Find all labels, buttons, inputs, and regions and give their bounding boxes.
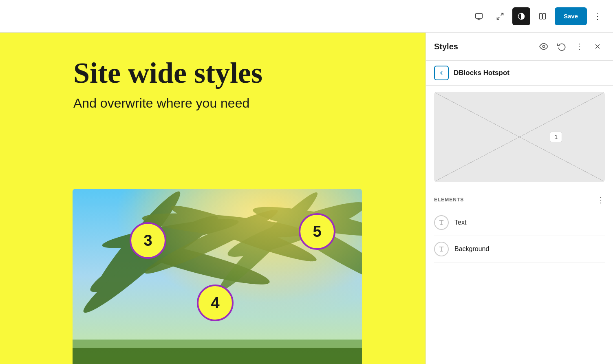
canvas-area: Site wide styles And overwrite where you… [0, 33, 426, 364]
background-element-label: Background [454, 245, 489, 253]
desktop-view-button[interactable] [470, 7, 488, 25]
text-element-label: Text [454, 219, 466, 226]
split-view-button[interactable] [534, 7, 551, 25]
preview-hotspot-badge: 1 [550, 132, 562, 142]
top-toolbar: Save ⋮ [0, 0, 613, 33]
contrast-button[interactable] [512, 7, 530, 25]
svg-rect-6 [539, 13, 542, 19]
close-panel-button[interactable] [590, 39, 605, 54]
save-button[interactable]: Save [555, 7, 587, 25]
preview-container: 1 [434, 92, 605, 182]
panel-more-button[interactable]: ⋮ [572, 39, 587, 54]
canvas-content: Site wide styles And overwrite where you… [0, 33, 426, 111]
elements-header: ELEMENTS ⋮ [434, 188, 605, 210]
svg-rect-0 [476, 13, 483, 18]
elements-section: ELEMENTS ⋮ Text [426, 188, 613, 263]
block-name: DBlocks Hotspot [454, 69, 509, 77]
styles-header-icons: ⋮ [536, 39, 605, 54]
svg-point-24 [542, 45, 545, 48]
sub-heading: And overwrite where you need [73, 96, 426, 111]
palm-image-container: 3 4 5 [73, 189, 362, 364]
more-options-button[interactable]: ⋮ [590, 8, 605, 24]
svg-line-3 [501, 13, 503, 15]
svg-rect-7 [543, 13, 546, 19]
styles-header: Styles ⋮ [426, 33, 613, 61]
element-item-background[interactable]: Background [434, 236, 605, 263]
element-item-text[interactable]: Text [434, 210, 605, 236]
background-element-icon [434, 242, 449, 256]
block-nav: DBlocks Hotspot [426, 61, 613, 86]
main-heading: Site wide styles [73, 57, 426, 89]
fullscreen-button[interactable] [491, 7, 509, 25]
svg-line-4 [497, 17, 499, 19]
preview-placeholder: 1 [434, 92, 605, 182]
palm-background: 3 4 5 [73, 189, 362, 364]
styles-title: Styles [434, 42, 458, 51]
hotspot-5[interactable]: 5 [299, 213, 335, 250]
eye-button[interactable] [536, 39, 551, 54]
elements-title: ELEMENTS [434, 197, 464, 203]
back-button[interactable] [434, 66, 449, 80]
right-panel: Styles ⋮ [426, 33, 613, 364]
elements-more-button[interactable]: ⋮ [597, 195, 605, 205]
hotspot-3[interactable]: 3 [130, 222, 166, 259]
text-element-icon [434, 215, 449, 230]
hotspot-4[interactable]: 4 [197, 285, 234, 321]
main-layout: Site wide styles And overwrite where you… [0, 33, 613, 364]
history-button[interactable] [554, 39, 569, 54]
